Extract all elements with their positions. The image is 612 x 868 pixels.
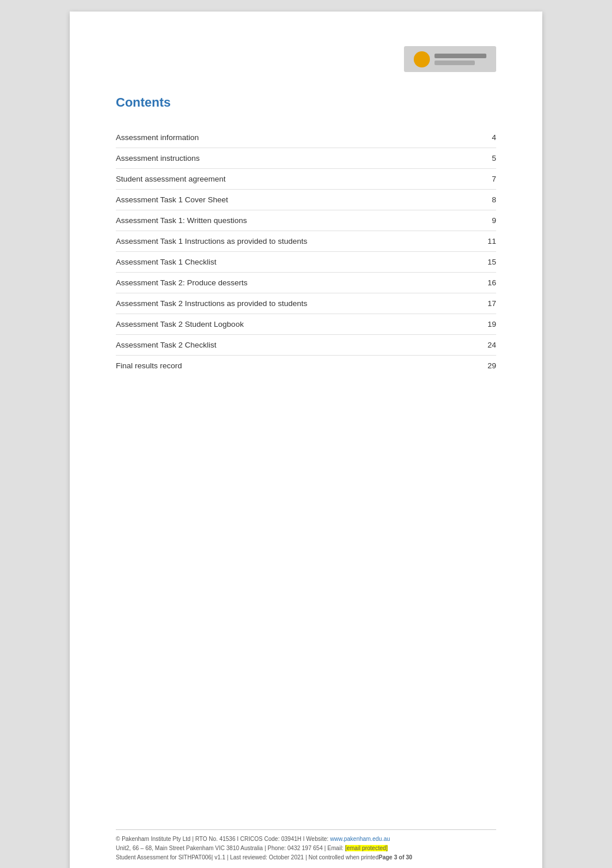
logo-text bbox=[435, 54, 486, 65]
footer-website-link[interactable]: www.pakenham.edu.au bbox=[330, 836, 390, 842]
footer-page-info: Page 3 of 30 bbox=[379, 854, 412, 861]
toc-item-page: 17 bbox=[473, 293, 496, 314]
toc-item-label: Assessment Task 1 Instructions as provid… bbox=[116, 231, 473, 252]
toc-item-label: Assessment Task 2 Instructions as provid… bbox=[116, 293, 473, 314]
table-of-contents: Assessment information4Assessment instru… bbox=[116, 127, 496, 376]
toc-item-page: 16 bbox=[473, 273, 496, 293]
toc-item-page: 19 bbox=[473, 314, 496, 335]
toc-item-label: Assessment instructions bbox=[116, 148, 473, 169]
toc-row: Assessment Task 1 Checklist15 bbox=[116, 252, 496, 273]
document-header bbox=[116, 46, 496, 72]
footer-assessment-text: Student Assessment for SITHPAT006| v1.1 … bbox=[116, 854, 379, 861]
logo-line1 bbox=[435, 54, 486, 58]
toc-item-label: Assessment Task 1: Written questions bbox=[116, 210, 473, 231]
toc-item-page: 7 bbox=[473, 169, 496, 190]
toc-row: Assessment Task 1 Instructions as provid… bbox=[116, 231, 496, 252]
document-page: Contents Assessment information4Assessme… bbox=[70, 12, 542, 868]
toc-row: Assessment Task 2: Produce desserts16 bbox=[116, 273, 496, 293]
toc-row: Assessment information4 bbox=[116, 127, 496, 148]
contents-section: Contents Assessment information4Assessme… bbox=[116, 95, 496, 376]
toc-item-page: 29 bbox=[473, 356, 496, 376]
logo-circle-icon bbox=[414, 51, 430, 67]
toc-row: Assessment Task 1: Written questions9 bbox=[116, 210, 496, 231]
toc-item-label: Assessment Task 1 Checklist bbox=[116, 252, 473, 273]
footer-address-text: Unit2, 66 – 68, Main Street Pakenham VIC… bbox=[116, 845, 345, 851]
toc-row: Assessment Task 1 Cover Sheet8 bbox=[116, 190, 496, 210]
toc-item-page: 4 bbox=[473, 127, 496, 148]
footer-line-1: © Pakenham Institute Pty Ltd | RTO No. 4… bbox=[116, 835, 496, 844]
toc-item-label: Assessment information bbox=[116, 127, 473, 148]
toc-row: Assessment Task 2 Checklist24 bbox=[116, 335, 496, 356]
toc-item-page: 11 bbox=[473, 231, 496, 252]
footer-copyright-text: © Pakenham Institute Pty Ltd | RTO No. 4… bbox=[116, 836, 330, 842]
contents-title: Contents bbox=[116, 95, 496, 110]
toc-row: Assessment Task 2 Student Logbook19 bbox=[116, 314, 496, 335]
toc-item-label: Assessment Task 2 Checklist bbox=[116, 335, 473, 356]
toc-item-label: Assessment Task 1 Cover Sheet bbox=[116, 190, 473, 210]
footer-line-3: Student Assessment for SITHPAT006| v1.1 … bbox=[116, 853, 496, 862]
document-footer: © Pakenham Institute Pty Ltd | RTO No. 4… bbox=[116, 829, 496, 862]
toc-item-page: 24 bbox=[473, 335, 496, 356]
toc-item-label: Student assessment agreement bbox=[116, 169, 473, 190]
toc-row: Assessment instructions5 bbox=[116, 148, 496, 169]
toc-item-page: 8 bbox=[473, 190, 496, 210]
toc-item-label: Final results record bbox=[116, 356, 473, 376]
footer-email: [email protected] bbox=[345, 845, 388, 851]
logo bbox=[404, 46, 496, 72]
toc-item-page: 9 bbox=[473, 210, 496, 231]
page-wrapper: Contents Assessment information4Assessme… bbox=[12, 12, 600, 868]
toc-row: Student assessment agreement7 bbox=[116, 169, 496, 190]
toc-item-page: 5 bbox=[473, 148, 496, 169]
toc-row: Final results record29 bbox=[116, 356, 496, 376]
toc-item-label: Assessment Task 2 Student Logbook bbox=[116, 314, 473, 335]
toc-item-page: 15 bbox=[473, 252, 496, 273]
footer-line-2: Unit2, 66 – 68, Main Street Pakenham VIC… bbox=[116, 844, 496, 853]
toc-row: Assessment Task 2 Instructions as provid… bbox=[116, 293, 496, 314]
logo-line2 bbox=[435, 61, 475, 65]
toc-item-label: Assessment Task 2: Produce desserts bbox=[116, 273, 473, 293]
